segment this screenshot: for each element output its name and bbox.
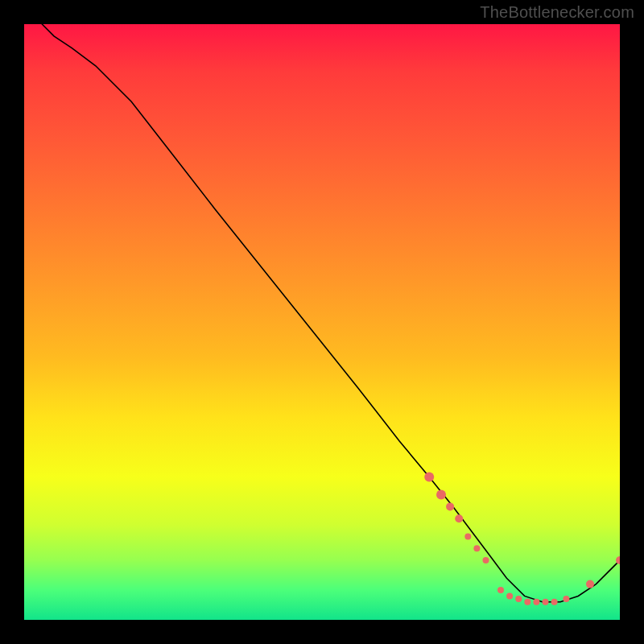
- plot-area: [24, 24, 620, 620]
- data-marker: [483, 557, 489, 564]
- data-marker: [533, 599, 539, 605]
- data-markers: [424, 472, 620, 605]
- data-marker: [563, 596, 569, 602]
- data-marker: [464, 533, 471, 539]
- source-label: TheBottlenecker.com: [480, 3, 634, 22]
- chart-stage: TheBottlenecker.com: [0, 0, 644, 644]
- data-marker: [455, 514, 463, 522]
- curve-line: [42, 24, 620, 602]
- data-marker: [446, 502, 454, 510]
- data-marker: [497, 587, 504, 593]
- data-marker: [524, 599, 530, 605]
- data-marker: [424, 472, 434, 481]
- data-marker: [543, 599, 549, 605]
- data-marker: [551, 599, 558, 605]
- data-marker: [506, 592, 513, 599]
- data-marker: [586, 580, 594, 588]
- data-marker: [515, 596, 522, 602]
- data-marker: [436, 490, 446, 500]
- chart-svg: [24, 24, 620, 620]
- data-marker: [473, 545, 480, 551]
